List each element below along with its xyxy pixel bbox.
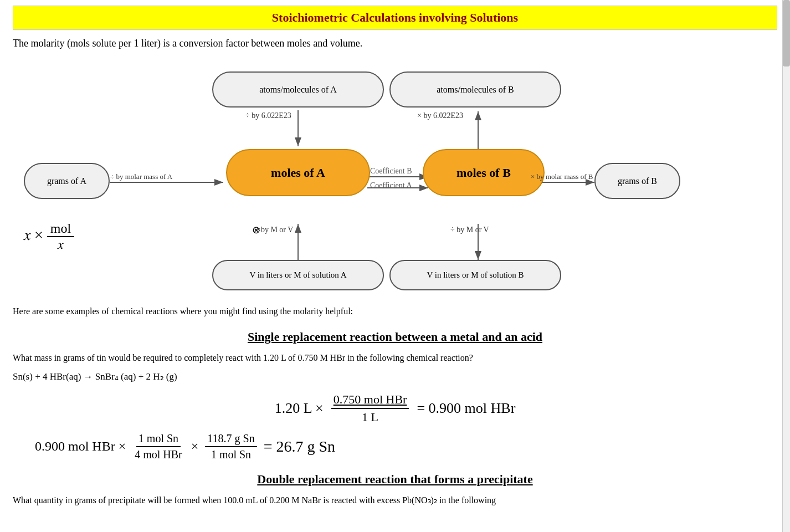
math2-fraction1: 1 mol Sn 4 mol HBr <box>132 432 184 461</box>
section1-title: Single replacement reaction between a me… <box>13 330 777 344</box>
annotation-coeff-b: Coefficient B <box>370 167 412 176</box>
math-line-1: 1.20 L × 0.750 mol HBr 1 L = 0.900 mol H… <box>13 392 777 424</box>
section2-title: Double replacement reaction that forms a… <box>13 472 777 487</box>
section1-reaction: Sn(s) + 4 HBr(aq) → SnBr₄ (aq) + 2 H₂ (g… <box>13 369 777 384</box>
stoichiometry-diagram: atoms/molecules of A atoms/molecules of … <box>13 60 777 293</box>
annotation-mult-m-or-v-a: ×by M or V <box>257 226 293 234</box>
box-grams-b: grams of B <box>594 163 680 199</box>
annotation-mult-molar-mass-b: × by molar mass of B <box>531 172 593 181</box>
section-double-replacement: Double replacement reaction that forms a… <box>13 472 777 508</box>
math2-prefix: 0.900 mol HBr × <box>35 439 126 454</box>
intro-paragraph: The molarity (mols solute per 1 liter) i… <box>13 37 777 50</box>
section1-question: What mass in grams of tin would be requi… <box>13 351 777 365</box>
math1-result: = 0.900 mol HBr <box>417 400 515 417</box>
examples-intro: Here are some examples of chemical react… <box>13 304 777 319</box>
handwriting-annotation: 𝑥 × mol𝑥 <box>24 221 74 252</box>
section2-question: What quantity in grams of precipitate wi… <box>13 493 777 508</box>
title-bar: Stoichiometric Calculations involving So… <box>13 6 777 30</box>
circle-x-symbol: ⊗ <box>252 224 260 236</box>
math2-multiply: × <box>191 439 199 454</box>
math1-fraction: 0.750 mol HBr 1 L <box>331 392 409 424</box>
section-single-replacement: Single replacement reaction between a me… <box>13 330 777 461</box>
math2-result: = 26.7 g Sn <box>264 438 335 456</box>
math2-fraction2: 118.7 g Sn 1 mol Sn <box>205 432 257 461</box>
scrollbar-thumb[interactable] <box>783 0 790 66</box>
math1-prefix: 1.20 L × <box>275 400 324 417</box>
box-v-b: V in liters or M of solution B <box>389 260 561 290</box>
annotation-coeff-a: Coefficient A <box>370 181 412 190</box>
annotation-div-m-or-v-b: ÷ by M or V <box>450 226 489 234</box>
box-moles-a: moles of A <box>226 149 370 196</box>
annotation-mult-avogadro-b: × by 6.022E23 <box>417 111 463 120</box>
box-grams-a: grams of A <box>24 163 110 199</box>
math-line-2: 0.900 mol HBr × 1 mol Sn 4 mol HBr × 118… <box>35 432 777 461</box>
box-moles-b: moles of B <box>423 149 545 196</box>
box-v-a: V in liters or M of solution A <box>212 260 384 290</box>
annotation-div-avogadro-a: ÷ by 6.022E23 <box>245 111 291 120</box>
scrollbar[interactable] <box>782 0 790 532</box>
page-title: Stoichiometric Calculations involving So… <box>272 11 518 24</box>
box-atoms-a: atoms/molecules of A <box>212 71 384 108</box>
box-atoms-b: atoms/molecules of B <box>389 71 561 108</box>
annotation-div-molar-mass-a: ÷ by molar mass of A <box>110 172 172 181</box>
